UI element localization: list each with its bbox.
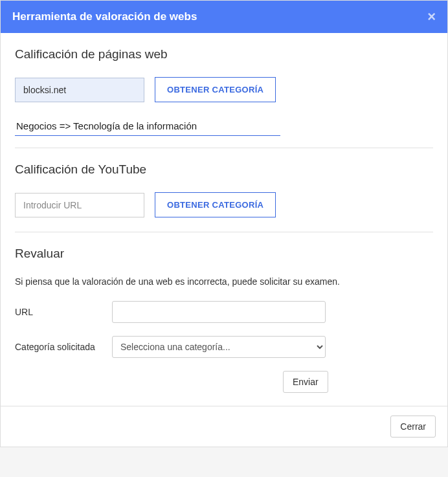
website-rating-modal: Herramienta de valoración de webs × Cali… <box>0 0 448 447</box>
category-form-row: Categoría solicitada Selecciona una cate… <box>15 336 433 358</box>
youtube-rating-section: Calificación de YouTube OBTENER CATEGORÍ… <box>15 162 433 217</box>
web-rating-title: Calificación de páginas web <box>15 47 433 61</box>
submit-row: Enviar <box>283 371 433 393</box>
youtube-rating-input-row: OBTENER CATEGORÍA <box>15 192 433 217</box>
divider <box>15 148 433 148</box>
category-label: Categoría solicitada <box>15 342 112 352</box>
web-url-input[interactable] <box>15 78 144 102</box>
youtube-get-category-button[interactable]: OBTENER CATEGORÍA <box>155 192 276 217</box>
web-category-result: Negocios => Tecnología de la información <box>15 116 280 136</box>
revaluate-title: Revaluar <box>15 247 433 261</box>
category-select[interactable]: Selecciona una categoría... <box>112 336 326 358</box>
web-get-category-button[interactable]: OBTENER CATEGORÍA <box>155 77 276 102</box>
revaluate-help-text: Si piensa que la valoración de una web e… <box>15 276 433 287</box>
modal-body: Calificación de páginas web OBTENER CATE… <box>1 33 447 406</box>
modal-header: Herramienta de valoración de webs × <box>1 1 447 33</box>
web-rating-section: Calificación de páginas web OBTENER CATE… <box>15 47 433 136</box>
submit-button[interactable]: Enviar <box>283 371 328 393</box>
url-label: URL <box>15 307 112 317</box>
modal-title: Herramienta de valoración de webs <box>12 10 197 23</box>
youtube-url-input[interactable] <box>15 193 144 217</box>
modal-footer: Cerrar <box>1 406 447 447</box>
close-icon[interactable]: × <box>427 10 436 24</box>
revaluate-url-input[interactable] <box>112 301 326 323</box>
web-rating-input-row: OBTENER CATEGORÍA <box>15 77 433 102</box>
youtube-rating-title: Calificación de YouTube <box>15 162 433 177</box>
url-form-row: URL <box>15 301 433 323</box>
close-button[interactable]: Cerrar <box>390 416 436 438</box>
revaluate-section: Revaluar Si piensa que la valoración de … <box>15 247 433 393</box>
divider <box>15 232 433 232</box>
